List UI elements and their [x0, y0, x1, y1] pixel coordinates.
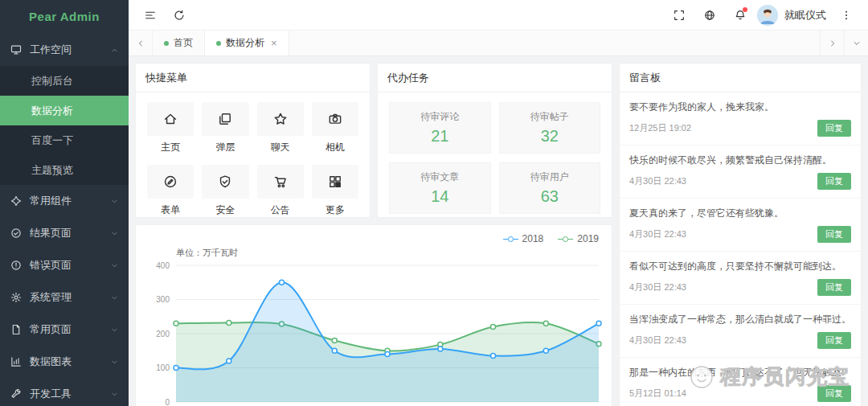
sidebar-item-system[interactable]: 系统管理: [0, 281, 129, 314]
sidebar-item-results[interactable]: 结果页面: [0, 217, 129, 249]
reply-button[interactable]: 回复: [817, 385, 851, 402]
quick-menu-item-form[interactable]: 表单: [147, 165, 194, 217]
form-icon: [162, 174, 178, 190]
todo-count: 14: [431, 187, 448, 206]
quick-menu-item-cart[interactable]: 公告: [257, 165, 304, 217]
quick-menu-label: 弹层: [215, 141, 235, 154]
sidebar-subitem[interactable]: 主题预览: [0, 155, 129, 185]
reply-button[interactable]: 回复: [817, 332, 851, 349]
quick-menu-item-layers[interactable]: 弹层: [202, 102, 248, 154]
reply-button[interactable]: 回复: [817, 226, 851, 243]
sidebar-item-pages[interactable]: 常用页面: [0, 314, 129, 346]
avatar[interactable]: [757, 5, 778, 26]
message-item: 要不要作为我的家人，挽来我家。12月25日 19:02回复: [620, 92, 861, 146]
more-vert-icon: [840, 9, 853, 22]
message-footer: 4月30日 22:43回复: [629, 279, 851, 296]
quick-menu-card: 快捷菜单 主页弹层聊天相机表单安全公告更多: [135, 63, 371, 218]
reply-button[interactable]: 回复: [817, 173, 851, 190]
sidebar-subitem[interactable]: 数据分析: [0, 96, 129, 125]
system-icon: [10, 291, 23, 304]
fullscreen-button[interactable]: [665, 0, 693, 31]
message-item: 快乐的时候不敢尽兴，频繁警戒自己保持清醒。4月30日 22:43回复: [620, 146, 861, 199]
content: 快捷菜单 主页弹层聊天相机表单安全公告更多 代办任务 待审评论21待审帖子32待…: [129, 56, 868, 406]
quick-menu-label: 公告: [271, 203, 290, 217]
app-root: Pear Admin 工作空间控制后台数据分析百度一下主题预览常用组件结果页面错…: [0, 0, 868, 406]
quick-menu-grid: 主页弹层聊天相机表单安全公告更多: [136, 92, 370, 218]
sidebar-item-workspace[interactable]: 工作空间: [0, 34, 129, 66]
chevron-down-icon: [110, 358, 119, 367]
tabs-scroll-left-button[interactable]: [129, 31, 153, 55]
todo-title: 代办任务: [378, 64, 612, 92]
reply-button[interactable]: 回复: [817, 120, 851, 137]
sidebar-submenu-workspace: 控制后台数据分析百度一下主题预览: [0, 66, 129, 185]
results-icon: [10, 227, 23, 240]
todo-label: 待审评论: [420, 110, 459, 124]
shield-icon: [217, 174, 233, 190]
message-date: 12月25日 19:02: [629, 122, 691, 134]
sidebar-item-label: 开发工具: [30, 387, 72, 401]
sidebar-subitem[interactable]: 百度一下: [0, 125, 129, 155]
username[interactable]: 就眠仪式: [784, 8, 826, 23]
refresh-button[interactable]: [166, 0, 193, 31]
tab[interactable]: 数据分析×: [205, 31, 289, 55]
sidebar-item-devtools[interactable]: 开发工具: [0, 378, 129, 406]
message-list: 要不要作为我的家人，挽来我家。12月25日 19:02回复快乐的时候不敢尽兴，频…: [620, 92, 861, 406]
todo-item[interactable]: 待审评论21: [389, 102, 491, 154]
more-menu-button[interactable]: [833, 0, 860, 31]
legend-item-2018[interactable]: 2018: [503, 233, 544, 244]
quick-menu-item-shield[interactable]: 安全: [202, 165, 248, 217]
errors-icon: [10, 259, 23, 272]
sidebar-item-label: 结果页面: [30, 226, 72, 240]
message-date: 4月30日 22:43: [629, 228, 686, 240]
todo-label: 待审帖子: [530, 110, 569, 124]
legend-label: 2018: [522, 233, 544, 244]
sidebar-item-components[interactable]: 常用组件: [0, 185, 129, 217]
message-footer: 12月25日 19:02回复: [629, 120, 851, 137]
message-date: 4月30日 22:43: [629, 175, 686, 187]
quick-menu-label: 更多: [326, 203, 345, 217]
sidebar-item-errors[interactable]: 错误页面: [0, 249, 129, 281]
sidebar-item-charts[interactable]: 数据图表: [0, 346, 129, 378]
top-card-row: 快捷菜单 主页弹层聊天相机表单安全公告更多 代办任务 待审评论21待审帖子32待…: [135, 63, 612, 218]
notification-badge: [743, 7, 747, 12]
fullscreen-icon: [673, 9, 686, 22]
tab[interactable]: 首页: [153, 31, 205, 55]
quick-menu-tile: [312, 102, 358, 136]
chevron-down-icon: [110, 197, 119, 206]
charts-icon: [10, 355, 23, 368]
chevron-down-icon: [110, 229, 119, 238]
tab-bar: 首页数据分析×: [129, 31, 868, 56]
quick-menu-item-home[interactable]: 主页: [147, 102, 194, 154]
todo-item[interactable]: 待审帖子32: [499, 102, 601, 154]
tabs-menu-button[interactable]: [844, 31, 868, 55]
tab-close-icon[interactable]: ×: [271, 37, 277, 49]
message-item: 看似不可达到的高度，只要坚持不懈就可能到达。4月30日 22:43回复: [620, 252, 861, 305]
tabs-scroll-right-button[interactable]: [820, 31, 844, 55]
legend-label: 2019: [577, 233, 599, 244]
message-footer: 4月30日 22:43回复: [629, 226, 851, 243]
language-button[interactable]: [696, 0, 723, 31]
todo-item[interactable]: 待审用户63: [499, 162, 601, 214]
globe-icon: [703, 9, 716, 22]
svg-text:400: 400: [156, 261, 170, 270]
message-text: 夏天真的来了，尽管它还有些犹豫。: [629, 206, 851, 220]
reply-button[interactable]: 回复: [817, 279, 851, 296]
chevron-up-icon: [110, 46, 119, 55]
home-icon: [162, 111, 178, 127]
quick-menu-item-grid[interactable]: 更多: [312, 165, 358, 217]
quick-menu-item-camera[interactable]: 相机: [312, 102, 358, 154]
collapse-menu-icon: [144, 9, 157, 22]
message-item: 当浑浊变成了一种常态，那么清白就成了一种罪过。4月30日 22:43回复: [620, 305, 861, 358]
quick-menu-item-star[interactable]: 聊天: [257, 102, 304, 154]
menu-collapse-button[interactable]: [137, 0, 164, 31]
todo-item[interactable]: 待审文章14: [389, 162, 491, 214]
sidebar-subitem[interactable]: 控制后台: [0, 66, 129, 96]
message-item: 那是一种内在的东西，他们到达不了，也无法触及!5月12日 01:14回复: [620, 358, 861, 406]
legend-item-2019[interactable]: 2019: [558, 233, 599, 244]
tab-label: 数据分析: [226, 36, 264, 50]
chevron-down-icon: [110, 261, 119, 270]
main-area: 就眠仪式 首页数据分析× 快捷菜单 主页弹层聊天相机表单安全公告更多 代办任务: [129, 0, 868, 406]
chart-card: 20182019 单位：万千瓦时 4003002001000: [135, 224, 612, 406]
notifications-button[interactable]: [727, 0, 754, 31]
left-column: 快捷菜单 主页弹层聊天相机表单安全公告更多 代办任务 待审评论21待审帖子32待…: [135, 63, 612, 406]
